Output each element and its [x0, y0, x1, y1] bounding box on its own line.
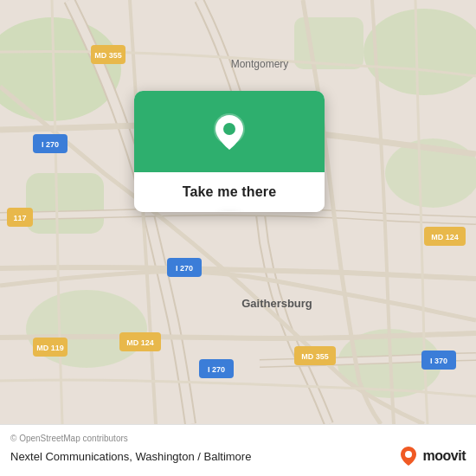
svg-rect-4: [26, 173, 104, 234]
moovit-wordmark: moovit: [423, 448, 466, 464]
bottom-bar: © OpenStreetMap contributors Nextel Comm…: [0, 424, 476, 476]
popup-card: Take me there: [134, 91, 325, 212]
svg-text:Gaithersburg: Gaithersburg: [241, 297, 312, 310]
take-me-there-button[interactable]: Take me there: [134, 172, 325, 212]
svg-text:I 270: I 270: [42, 140, 59, 149]
copyright-text: © OpenStreetMap contributors: [10, 434, 466, 443]
svg-text:MD 119: MD 119: [36, 344, 64, 352]
location-text: Nextel Communications, Washington / Balt…: [10, 450, 251, 463]
svg-text:MD 124: MD 124: [126, 338, 154, 347]
svg-text:I 270: I 270: [208, 365, 225, 374]
svg-point-33: [405, 451, 412, 458]
moovit-logo: moovit: [397, 445, 466, 467]
svg-text:MD 355: MD 355: [94, 51, 122, 60]
svg-text:I 370: I 370: [430, 357, 447, 365]
map-svg: MD 355 I 270 117 I 270 MD 124 MD 124 MD …: [0, 0, 476, 424]
svg-point-32: [223, 123, 235, 135]
bottom-info-row: Nextel Communications, Washington / Balt…: [10, 445, 466, 467]
svg-text:MD 355: MD 355: [301, 352, 329, 361]
svg-text:117: 117: [13, 214, 26, 222]
map-container: MD 355 I 270 117 I 270 MD 124 MD 124 MD …: [0, 0, 476, 424]
location-pin-icon: [207, 110, 252, 155]
svg-text:MD 124: MD 124: [431, 233, 459, 241]
svg-text:I 270: I 270: [176, 264, 193, 273]
moovit-pin-icon: [397, 445, 420, 467]
popup-pin-area: [134, 91, 325, 172]
svg-text:Montgomery: Montgomery: [231, 58, 289, 70]
